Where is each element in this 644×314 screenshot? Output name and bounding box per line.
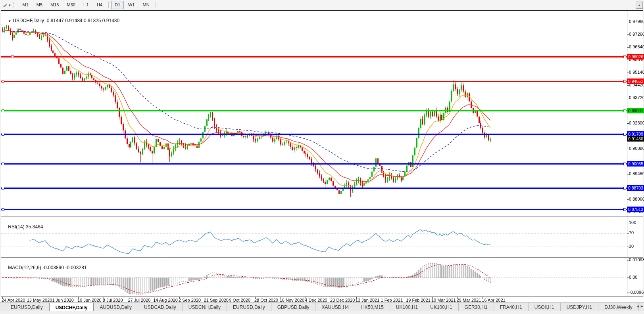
chart-canvas[interactable]: [0, 0, 644, 314]
tab-uk100-h1[interactable]: UK100,H1: [424, 303, 458, 311]
tab-usdcnh-daily[interactable]: USDCNH,Daily: [183, 303, 227, 311]
timeframe-button-M15[interactable]: M15: [47, 1, 62, 9]
tab-scroll-arrows: ◀ ▶: [637, 304, 643, 308]
timeframe-button-M5[interactable]: M5: [33, 1, 46, 9]
chart-tab-bar: EURUSD,DailyUSDCHF,DailyAUDUSD,DailyUSDC…: [0, 303, 644, 311]
timeframe-button-MN[interactable]: MN: [139, 1, 153, 9]
tab-usdjpy-h1[interactable]: USDJPY,H1: [561, 303, 598, 311]
top-toolbar: ▾ M1M5M15M30H1H4D1W1MN ▲: [0, 0, 644, 10]
tab-fra40-h1[interactable]: FRA40,H1: [494, 303, 529, 311]
timeframe-button-M1[interactable]: M1: [19, 1, 32, 9]
tab-uk100-h1[interactable]: UK100,H1: [390, 303, 424, 311]
toolbar-grip[interactable]: [13, 2, 16, 8]
tab-usdcad-daily[interactable]: USDCAD,Daily: [138, 303, 183, 311]
tab-usoil-h1[interactable]: USOil,H1: [529, 303, 561, 311]
tab-hk50-m15[interactable]: HK50,M15: [355, 303, 390, 311]
timeframe-button-H1[interactable]: H1: [80, 1, 92, 9]
toolbar-overflow-button[interactable]: ▲: [636, 2, 643, 9]
tab-dj30-weekly[interactable]: DJ30,Weekly: [598, 303, 638, 311]
draw-tool-icon[interactable]: [1, 2, 8, 9]
timeframe-button-W1[interactable]: W1: [125, 1, 138, 9]
timeframe-button-H4[interactable]: H4: [93, 1, 106, 9]
tab-gbpusd-daily[interactable]: GBPUSD,Daily: [271, 303, 316, 311]
tab-ger30-h1[interactable]: GER30,H1: [459, 303, 494, 311]
draw-tool-dropdown-icon[interactable]: ▾: [9, 3, 11, 7]
timeframe-button-M30[interactable]: M30: [63, 1, 79, 9]
tab-eurusd-daily[interactable]: EURUSD,Daily: [5, 303, 49, 311]
timeframe-button-D1[interactable]: D1: [111, 1, 124, 9]
tab-scroll-left-button[interactable]: ◀: [637, 304, 639, 308]
tab-audusd-daily[interactable]: AUDUSD,Daily: [94, 303, 138, 311]
tab-scroll-right-button[interactable]: ▶: [641, 304, 643, 308]
tab-usdchf-daily[interactable]: USDCHF,Daily: [49, 303, 94, 311]
toolbar-separator: [156, 2, 156, 8]
tab-eurusd-daily[interactable]: EURUSD,Daily: [227, 303, 271, 311]
tab-xauusd-h4[interactable]: XAUUSD,H4: [315, 303, 355, 311]
toolbar-separator: [108, 2, 109, 8]
timeframe-button-group: M1M5M15M30H1H4D1W1MN: [19, 1, 158, 9]
